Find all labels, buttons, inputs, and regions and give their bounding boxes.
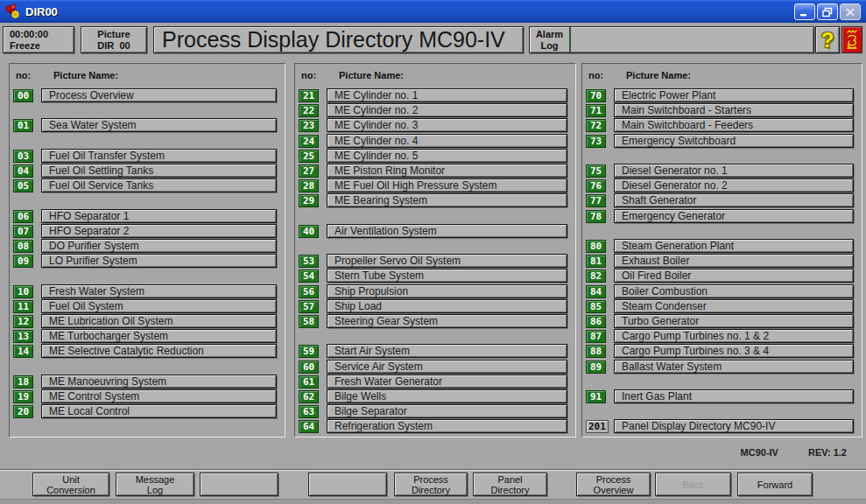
picture-button[interactable]: Propeller Servo Oil System <box>327 254 567 268</box>
picture-button[interactable]: Bilge Wells <box>327 389 567 403</box>
picture-number-badge: 81 <box>586 255 606 268</box>
freeze-button[interactable]: 00:00:00 Freeze <box>3 26 74 53</box>
picture-button[interactable]: Process Overview <box>41 88 277 102</box>
bottom-button-process-overview[interactable]: ProcessOverview <box>576 472 651 496</box>
picture-button[interactable]: Panel Display Directory MC90-IV <box>614 419 854 433</box>
picture-button[interactable]: Cargo Pump Turbines no. 3 & 4 <box>614 344 854 358</box>
picture-button[interactable]: Inert Gas Plant <box>614 389 854 403</box>
picture-button[interactable]: Fresh Water Generator <box>327 374 567 388</box>
bottom-button-empty-3 <box>308 472 387 496</box>
application-window: DIR00 00:00:00 Freeze Picture DIR 00 Pro… <box>0 0 866 504</box>
picture-button[interactable]: Boiler Combustion <box>614 284 854 298</box>
picture-button[interactable]: ME Cylinder no. 1 <box>327 88 567 102</box>
picture-button[interactable]: Oil Fired Boiler <box>614 269 854 283</box>
picture-number-badge: 19 <box>13 390 33 403</box>
picture-button[interactable]: Steam Generation Plant <box>614 239 854 253</box>
picture-button[interactable]: Diesel Generator no. 2 <box>614 178 854 192</box>
picture-button[interactable]: Main Switchboard - Feeders <box>614 118 854 132</box>
bottom-button-process-directory[interactable]: ProcessDirectory <box>394 472 468 496</box>
picture-number-badge: 70 <box>586 89 606 102</box>
picture-button[interactable]: ME Bearing System <box>327 193 567 207</box>
picture-row: 58Steering Gear System <box>295 314 577 329</box>
picture-number-badge: 71 <box>586 104 606 117</box>
minimize-button[interactable] <box>794 4 815 20</box>
picture-number-badge: 03 <box>13 150 33 163</box>
picture-button[interactable]: Steering Gear System <box>327 314 567 328</box>
picture-row: 27ME Piston Ring Monitor <box>295 164 577 178</box>
picture-button[interactable]: ME Cylinder no. 3 <box>327 118 567 132</box>
picture-button[interactable]: Fuel Oil Settling Tanks <box>41 164 277 178</box>
picture-row: 54Stern Tube System <box>295 269 577 284</box>
picture-button[interactable]: Fresh Water System <box>41 284 277 298</box>
picture-number-badge: 23 <box>299 119 319 132</box>
picture-button[interactable]: ME Selective Catalytic Reduction <box>41 344 277 358</box>
bottom-button-forward[interactable]: Forward <box>737 472 813 496</box>
picture-button[interactable]: ME Local Control <box>41 404 277 418</box>
picture-row: 12ME Lubrication Oil System <box>10 314 286 329</box>
picture-button[interactable]: DO Purifier System <box>41 239 277 253</box>
bottom-button-message-log[interactable]: MessageLog <box>116 472 194 496</box>
picture-button[interactable]: Main Switchboard - Starters <box>614 103 854 117</box>
picture-button[interactable]: ME Cylinder no. 4 <box>327 134 567 148</box>
picture-button[interactable]: HFO Separator 2 <box>41 224 277 238</box>
picture-button[interactable]: Shaft Generator <box>614 193 854 207</box>
bottom-button-label: Directory <box>490 485 529 495</box>
bottom-button-panel-directory[interactable]: PanelDirectory <box>473 472 547 496</box>
restore-button[interactable] <box>817 4 838 20</box>
picture-number-badge: 12 <box>13 315 33 328</box>
picture-button[interactable]: Fuel Oil Transfer System <box>41 149 277 163</box>
picture-button[interactable]: Fuel Oil System <box>41 299 277 313</box>
picture-dir-button[interactable]: Picture DIR 00 <box>81 26 147 53</box>
picture-button[interactable]: Diesel Generator no. 1 <box>614 164 854 178</box>
picture-number-badge: 86 <box>586 315 606 328</box>
bottom-button-unit-conversion[interactable]: UnitConversion <box>32 472 109 496</box>
picture-row: 201Panel Display Directory MC90-IV <box>582 419 863 434</box>
bottom-button-label: Process <box>596 474 631 485</box>
picture-number-badge: 28 <box>299 179 319 192</box>
picture-button[interactable]: Ship Load <box>327 299 567 313</box>
picture-button[interactable]: ME Cylinder no. 2 <box>327 103 567 117</box>
picture-button[interactable]: Refrigeration System <box>327 419 567 433</box>
picture-button[interactable]: Cargo Pump Turbines no. 1 & 2 <box>614 329 854 343</box>
picture-button[interactable]: Electric Power Plant <box>614 88 854 102</box>
picture-number-badge: 57 <box>299 300 319 313</box>
picture-button[interactable]: LO Purifier System <box>41 254 277 268</box>
picture-button[interactable]: Bilge Separator <box>327 404 567 418</box>
alarm-log-button[interactable]: Alarm Log <box>530 27 569 52</box>
picture-button[interactable]: ME Fuel Oil High Pressure System <box>327 178 567 192</box>
help-button[interactable]: ? <box>815 26 840 53</box>
picture-button[interactable]: ME Lubrication Oil System <box>41 314 277 328</box>
picture-button[interactable]: Ship Propulsion <box>327 284 567 298</box>
picture-button[interactable]: HFO Separator 1 <box>41 209 277 223</box>
picture-button[interactable]: Exhaust Boiler <box>614 254 854 268</box>
picture-button[interactable]: Start Air System <box>327 344 567 358</box>
bottom-button-label: Message <box>136 474 175 485</box>
picture-number-badge: 07 <box>13 225 33 238</box>
picture-button[interactable]: Emergency Generator <box>614 209 854 223</box>
picture-number-badge: 60 <box>299 360 319 374</box>
picture-button[interactable]: ME Piston Ring Monitor <box>327 164 567 178</box>
picture-number-badge: 05 <box>13 179 33 192</box>
picture-button[interactable]: Service Air System <box>327 360 567 374</box>
picture-row: 88Cargo Pump Turbines no. 3 & 4 <box>582 344 863 359</box>
picture-row: 62Bilge Wells <box>295 389 577 404</box>
picture-button[interactable]: Stern Tube System <box>327 269 567 283</box>
picture-number-badge: 00 <box>13 89 33 102</box>
picture-button[interactable]: Air Ventilation System <box>327 224 567 238</box>
picture-button[interactable]: ME Cylinder no. 5 <box>327 149 567 163</box>
picture-button[interactable]: ME Turbocharger System <box>41 329 277 343</box>
picture-button[interactable]: Turbo Generator <box>614 314 854 328</box>
picture-button[interactable]: Ballast Water System <box>614 360 854 374</box>
picture-number-badge: 14 <box>13 345 33 358</box>
picture-button[interactable]: Emergency Switchboard <box>614 134 854 148</box>
picture-row: 05Fuel Oil Service Tanks <box>10 178 286 193</box>
picture-button[interactable]: ME Manoeuvring System <box>41 374 277 388</box>
picture-button[interactable]: Steam Condenser <box>614 299 854 313</box>
lion-crest-icon <box>844 29 860 52</box>
picture-row: 53Propeller Servo Oil System <box>295 254 577 269</box>
picture-name-header: Picture Name: <box>626 70 691 80</box>
picture-button[interactable]: Sea Water System <box>41 118 277 132</box>
picture-number-badge: 54 <box>299 270 319 283</box>
picture-button[interactable]: Fuel Oil Service Tanks <box>41 178 277 192</box>
picture-button[interactable]: ME Control System <box>41 389 277 403</box>
